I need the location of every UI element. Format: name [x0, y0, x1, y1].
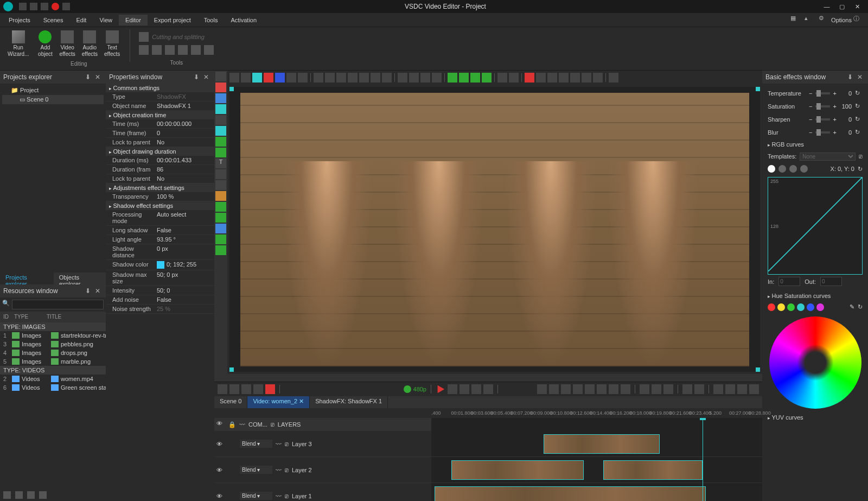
- prop-lock-parent-1[interactable]: No: [157, 139, 212, 145]
- canvas-scrollbar[interactable]: [227, 374, 762, 382]
- maximize-button[interactable]: ▢: [834, 1, 850, 12]
- repeat-icon[interactable]: [471, 384, 481, 394]
- quick-open-icon[interactable]: [30, 3, 37, 10]
- rgb-curve-editor[interactable]: 255 128: [768, 177, 863, 275]
- prop-lock-parent-2[interactable]: No: [157, 175, 212, 182]
- animation-tool-icon[interactable]: [215, 191, 226, 201]
- quick-new-icon[interactable]: [19, 3, 27, 10]
- add-resource-icon[interactable]: [3, 491, 11, 499]
- hue-yellow-dot[interactable]: [777, 303, 785, 311]
- prop-shadow-distance[interactable]: 0 px: [157, 245, 212, 258]
- prop-processing[interactable]: Auto select: [157, 211, 212, 224]
- audio-tool-icon[interactable]: [215, 213, 226, 223]
- ellipse-tool-icon[interactable]: [215, 137, 226, 147]
- bottom-arrow-icon[interactable]: [482, 73, 492, 83]
- hue-green-dot[interactable]: [787, 303, 795, 311]
- slider-track[interactable]: [815, 92, 829, 94]
- cyan-tool-icon[interactable]: [215, 104, 226, 114]
- loop-icon[interactable]: [459, 384, 469, 394]
- tree-project[interactable]: 📁 Project: [2, 86, 104, 95]
- resource-group-videos[interactable]: TYPE: VIDEOS: [0, 366, 106, 375]
- prop-long-shadow[interactable]: False: [157, 227, 212, 233]
- quick-save-icon[interactable]: [41, 3, 48, 10]
- tool-6-icon[interactable]: [204, 45, 214, 55]
- resource-row[interactable]: 5Imagesmarble.png: [0, 357, 106, 366]
- close-button[interactable]: ✕: [850, 1, 865, 12]
- refresh-resource-icon[interactable]: [27, 491, 35, 499]
- layout-icon[interactable]: ▦: [790, 15, 801, 26]
- pin-icon[interactable]: ⬇: [847, 73, 855, 81]
- quick-undo-icon[interactable]: [62, 3, 70, 10]
- tool-1-icon[interactable]: [139, 45, 149, 55]
- curve-templates-select[interactable]: None: [800, 153, 856, 161]
- dist-1-icon[interactable]: [398, 73, 407, 83]
- chart-tool-icon[interactable]: [215, 180, 226, 190]
- prop-add-noise[interactable]: False: [157, 296, 212, 303]
- next-frame-icon[interactable]: [609, 384, 618, 394]
- clock-icon[interactable]: [537, 384, 547, 394]
- pause-icon[interactable]: [448, 384, 457, 394]
- resource-row[interactable]: 4Imagesdrops.png: [0, 348, 106, 357]
- timeline-layer[interactable]: 👁Blend ▾〰⎚Layer 1: [214, 483, 431, 501]
- timeline-layer[interactable]: 👁Blend ▾〰⎚Layer 3: [214, 431, 431, 457]
- blend-mode-select[interactable]: Blend ▾: [240, 466, 272, 474]
- snap-4-icon[interactable]: [570, 73, 580, 83]
- settings-icon[interactable]: ⎚: [859, 153, 863, 160]
- tab-objects-explorer[interactable]: Objects explorer: [54, 272, 106, 284]
- wave-icon[interactable]: 〰: [276, 441, 282, 447]
- slider-track[interactable]: [815, 131, 829, 134]
- tree-scene-0[interactable]: ▭ Scene 0: [2, 95, 104, 104]
- audio-effects-button[interactable]: Audio effects: [79, 29, 101, 59]
- options-label[interactable]: Options: [831, 17, 852, 23]
- preview-canvas[interactable]: [229, 87, 760, 372]
- collapse-icon[interactable]: [737, 384, 747, 394]
- menu-projects[interactable]: Projects: [2, 15, 37, 26]
- section-shadow[interactable]: Shadow effect settings: [106, 201, 214, 210]
- delete-resource-icon[interactable]: [39, 491, 47, 499]
- prop-shadow-max[interactable]: 50; 0 px: [157, 271, 212, 284]
- reset-icon[interactable]: ↻: [855, 103, 863, 110]
- wave-icon[interactable]: 〰: [276, 493, 282, 499]
- tl-tab-scene[interactable]: Scene 0: [214, 396, 247, 408]
- hue-wheel[interactable]: [769, 316, 861, 409]
- image-tool-icon[interactable]: [215, 202, 226, 212]
- slider-track[interactable]: [815, 105, 829, 107]
- hue-cyan-dot[interactable]: [797, 303, 805, 311]
- fx-icon[interactable]: ⎚: [271, 421, 275, 428]
- reset-icon[interactable]: ↻: [855, 129, 863, 136]
- dist-3-icon[interactable]: [420, 73, 430, 83]
- prev-frame-icon[interactable]: [561, 384, 571, 394]
- record-icon[interactable]: [52, 3, 59, 10]
- rgb-r-dot[interactable]: [778, 165, 786, 173]
- fx-icon[interactable]: ⎚: [285, 441, 289, 447]
- timeline-tracks[interactable]: [431, 418, 762, 501]
- hue-blue-dot[interactable]: [807, 303, 814, 311]
- fx-icon[interactable]: ⎚: [285, 467, 289, 473]
- rect-tool-icon[interactable]: [215, 126, 226, 136]
- link-icon[interactable]: [682, 384, 692, 394]
- zoom-out-icon[interactable]: [229, 384, 239, 394]
- circle-icon[interactable]: [275, 73, 285, 83]
- video-tool-icon[interactable]: [215, 224, 226, 233]
- marker-icon[interactable]: [585, 384, 595, 394]
- split-2-icon[interactable]: [652, 384, 661, 394]
- zoom-fit-icon[interactable]: [241, 384, 251, 394]
- add-object-button[interactable]: Add object: [34, 29, 56, 59]
- step-fwd-icon[interactable]: [597, 384, 607, 394]
- section-creation[interactable]: Object creation time: [106, 111, 214, 119]
- rgb-curves-section[interactable]: RGB curves: [768, 139, 863, 150]
- snap-1-icon[interactable]: [536, 73, 546, 83]
- counter-tool-icon[interactable]: [215, 234, 226, 244]
- prop-intensity[interactable]: 50; 0: [157, 287, 212, 294]
- prop-duration-frame[interactable]: 86: [157, 166, 212, 173]
- download-resource-icon[interactable]: [15, 491, 23, 499]
- reset-icon[interactable]: ↻: [855, 116, 863, 123]
- prop-object-name[interactable]: ShadowFX 1: [157, 103, 212, 109]
- section-common[interactable]: Common settings: [106, 84, 214, 92]
- visibility-icon[interactable]: 👁: [216, 493, 222, 499]
- top-arrow-icon[interactable]: [470, 73, 480, 83]
- close-panel-icon[interactable]: ✕: [857, 73, 865, 81]
- visibility-icon[interactable]: 👁: [216, 467, 222, 473]
- prop-time-ms[interactable]: 00:00:00.000: [157, 121, 212, 127]
- eyedropper-icon[interactable]: ✎: [850, 303, 854, 311]
